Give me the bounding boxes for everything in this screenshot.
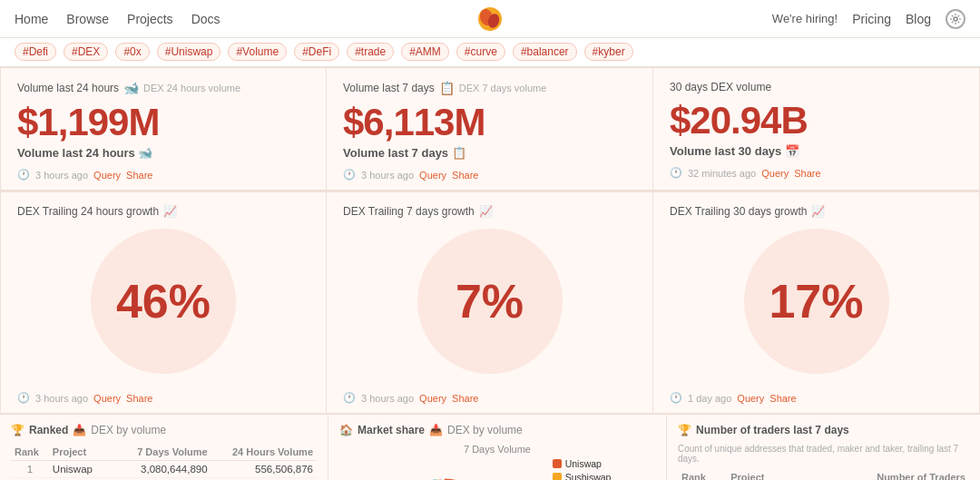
card-title-7d: Volume last 7 days 📋 DEX 7 days volume [343,81,636,95]
clock-growth-30d: 🕐 [670,392,682,404]
traders-title: 🏆 Number of traders last 7 days [678,424,969,436]
card-title-30d: 30 days DEX volume [670,81,963,93]
query-growth-7d[interactable]: Query [419,393,446,404]
query-growth-30d[interactable]: Query [737,393,764,404]
tag-item[interactable]: #DeFi [294,43,339,61]
footer-30d: 🕐 32 minutes ago Query Share [670,167,963,179]
card-volume-30d: 30 days DEX volume $20.94B Volume last 3… [653,67,980,191]
navbar: Home Browse Projects Docs We're hiring! … [0,0,980,38]
brand-logo[interactable] [477,6,503,32]
share-link-7d[interactable]: Share [452,170,478,181]
share-growth-30d[interactable]: Share [769,393,796,404]
legend-label: Uniswap [565,458,602,469]
tag-item[interactable]: #balancer [513,43,577,61]
market-export-icon: 📥 [429,424,443,436]
growth-icon-30d: 📈 [811,205,825,218]
card-growth-24h: DEX Trailing 24 hours growth 📈 46% 🕐 3 h… [0,191,327,414]
tag-item[interactable]: #0x [115,43,149,61]
tag-item[interactable]: #trade [347,43,394,61]
share-growth-24h[interactable]: Share [126,393,152,404]
growth-title-30d: DEX Trailing 30 days growth 📈 [670,205,963,218]
nav-projects[interactable]: Projects [127,12,173,26]
footer-7d: 🕐 3 hours ago Query Share [343,169,636,181]
traders-card: 🏆 Number of traders last 7 days Count of… [667,415,980,480]
tag-item[interactable]: #AMM [401,43,449,61]
growth-value-7d: 7% [456,247,524,356]
footer-24h: 🕐 3 hours ago Query Share [17,169,309,181]
table-row[interactable]: 1Uniswap3,080,644,890556,506,876 [11,461,317,478]
growth-icon-24h: 📈 [163,205,177,218]
card-title-24h: Volume last 24 hours 🐋 DEX 24 hours volu… [17,81,309,95]
label-7d: Volume last 7 days 📋 [343,146,636,160]
growth-title-24h: DEX Trailing 24 hours growth 📈 [17,205,309,218]
ranked-icon: 🏆 [11,424,24,436]
legend-label: Sushiswap [565,472,612,480]
ranked-export-icon: 📥 [73,424,86,436]
growth-footer-24h: 🕐 3 hours ago Query Share [17,392,309,404]
clock-icon-7d: 🕐 [343,169,356,181]
nav-pricing[interactable]: Pricing [852,12,891,26]
tag-item[interactable]: #Volume [228,43,287,61]
value-24h: $1,199M [17,101,309,144]
card-volume-24h: Volume last 24 hours 🐋 DEX 24 hours volu… [0,67,327,191]
card-growth-7d: DEX Trailing 7 days growth 📈 7% 🕐 3 hour… [327,191,653,414]
legend-dot [553,459,562,468]
pie-chart-title: 7 Days Volume [464,444,531,455]
ranked-card: 🏆 Ranked 📥 DEX by volume RankProject7 Da… [0,415,328,480]
pie-wrapper: 50.4%15.4%10.5% Dune Analytics [362,465,544,480]
ranked-table: RankProject7 Days Volume24 Hours Volume1… [11,444,317,480]
share-link-24h[interactable]: Share [126,170,152,181]
growth-footer-30d: 🕐 1 day ago Query Share [670,392,963,404]
svg-point-3 [954,17,957,21]
whale-icon: 🐋 [123,81,139,95]
label-24h: Volume last 24 hours 🐋 [17,146,309,160]
query-link-30d[interactable]: Query [761,168,789,179]
legend-item: Sushiswap [553,472,633,480]
nav-links: Home Browse Projects Docs [15,12,220,26]
traders-subtitle: Count of unique addresses that traded, m… [678,444,969,464]
card-growth-30d: DEX Trailing 30 days growth 📈 17% 🕐 1 da… [653,191,980,414]
tag-item[interactable]: #curve [456,43,505,61]
volume-icon-7d: 📋 [452,146,466,160]
nav-blog[interactable]: Blog [906,12,931,26]
tag-item[interactable]: #DEX [64,43,108,61]
tag-item[interactable]: #Uniswap [157,43,221,61]
tags-bar: #Defi#DEX#0x#Uniswap#Volume#DeFi#trade#A… [0,38,980,67]
growth-title-7d: DEX Trailing 7 days growth 📈 [343,205,636,218]
settings-icon[interactable] [946,9,965,29]
value-30d: $20.94B [670,99,963,142]
volume-icon-24h: 🐋 [138,146,152,160]
share-link-30d[interactable]: Share [794,168,820,179]
growth-value-30d: 17% [769,247,863,356]
query-growth-24h[interactable]: Query [93,393,121,404]
bottom-row: 🏆 Ranked 📥 DEX by volume RankProject7 Da… [0,414,980,480]
growth-footer-7d: 🕐 3 hours ago Query Share [343,392,636,404]
clock-growth-7d: 🕐 [343,392,356,404]
clock-icon-30d: 🕐 [670,167,682,179]
nav-hiring[interactable]: We're hiring! [772,12,838,25]
legend-dot [553,473,562,480]
traders-table-wrapper[interactable]: RankProjectNumber of Traders1Uniswap104,… [678,469,969,480]
pie-legend: UniswapSushiswapCurveSynthetix0xBalancer… [553,458,633,480]
growth-value-24h: 46% [116,247,211,356]
clock-growth-24h: 🕐 [17,392,30,404]
query-link-7d[interactable]: Query [419,170,446,181]
tag-item[interactable]: #kyber [584,43,633,61]
tag-item[interactable]: #Defi [15,43,56,61]
ranked-table-wrapper[interactable]: RankProject7 Days Volume24 Hours Volume1… [11,444,317,480]
growth-circle-30d: 17% [744,229,889,374]
traders-table: RankProjectNumber of Traders1Uniswap104,… [678,469,969,480]
nav-docs[interactable]: Docs [191,12,220,26]
query-link-24h[interactable]: Query [93,170,121,181]
pie-section: 7 Days Volume 50.4%15.4%10.5% Dune Analy… [339,444,655,480]
pie-container: 50.4%15.4%10.5% Dune Analytics UniswapSu… [362,458,633,480]
share-growth-7d[interactable]: Share [452,393,478,404]
growth-circle-7d: 7% [417,229,563,374]
market-title: 🏠 Market share 📥 DEX by volume [339,424,655,436]
volume-row: Volume last 24 hours 🐋 DEX 24 hours volu… [0,67,980,191]
clock-icon-24h: 🕐 [17,169,30,181]
growth-row: DEX Trailing 24 hours growth 📈 46% 🕐 3 h… [0,191,980,414]
volume-icon-30d: 📅 [785,144,799,158]
nav-browse[interactable]: Browse [66,12,109,26]
nav-home[interactable]: Home [15,12,48,26]
